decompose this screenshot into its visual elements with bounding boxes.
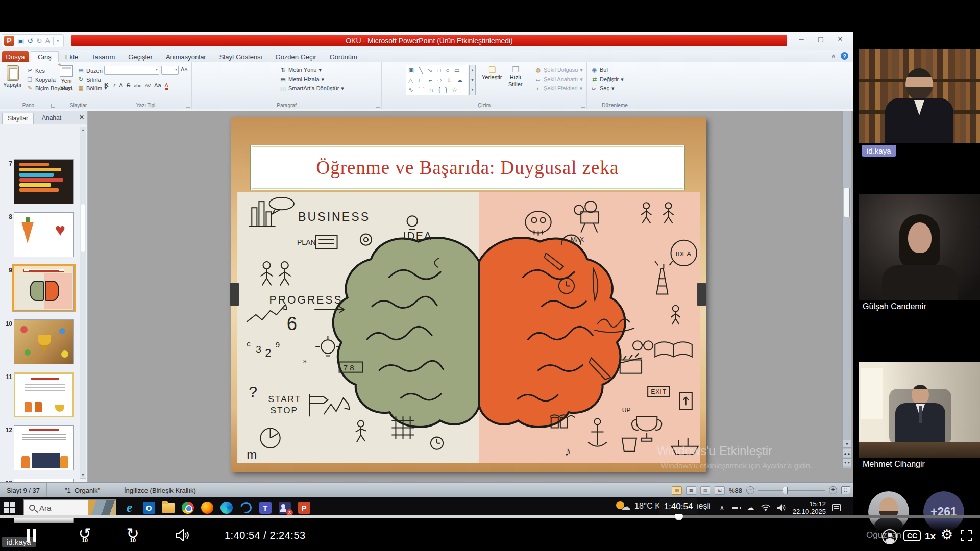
taskbar-explorer[interactable] — [160, 498, 176, 517]
shape-fill-button[interactable]: ◍Şekil Dolgusu ▾ — [535, 65, 583, 74]
bold-button[interactable]: K — [104, 81, 109, 89]
zoom-level[interactable]: %88 — [729, 487, 742, 494]
font-size-combo[interactable] — [161, 66, 179, 75]
taskbar-teams[interactable]: T — [257, 498, 273, 517]
quick-access-toolbar[interactable]: P ▣ ↺ ↻ A ▾ — [2, 34, 64, 47]
minimize-button[interactable]: ─ — [795, 35, 807, 43]
grow-font-icon[interactable]: A˄ — [181, 66, 188, 72]
tab-slideshow[interactable]: Slayt Gösterisi — [213, 51, 269, 62]
tab-review[interactable]: Gözden Geçir — [269, 51, 323, 62]
previous-slide-icon[interactable]: ▲▲ — [843, 449, 851, 457]
taskbar-chrome[interactable] — [180, 498, 195, 517]
taskbar-sync-app[interactable] — [238, 498, 254, 517]
shape-effects-button[interactable]: ◐Şekil Efektleri ▾ — [535, 84, 583, 93]
forward-10-button[interactable]: ↻ 10 — [122, 525, 143, 543]
shape-outline-button[interactable]: ▱Şekil Anahattı ▾ — [535, 74, 583, 84]
volume-button[interactable] — [175, 529, 190, 541]
tab-design[interactable]: Tasarım — [85, 51, 121, 62]
tab-slides[interactable]: Slaytlar — [2, 113, 34, 124]
tab-file[interactable]: Dosya — [2, 51, 29, 62]
taskbar-clock[interactable]: 15:12 22.10.2025 — [793, 500, 826, 515]
participant-video-1[interactable] — [859, 49, 980, 143]
dialog-launcher-icon[interactable] — [581, 104, 585, 108]
tab-outline[interactable]: Anahat — [37, 113, 66, 124]
shadow-button[interactable]: abc — [134, 83, 141, 88]
font-color-button[interactable]: A — [165, 82, 168, 90]
panel-close-icon[interactable]: ✕ — [79, 114, 84, 121]
volume-icon[interactable] — [777, 504, 786, 512]
strikethrough-button[interactable]: S — [127, 82, 130, 88]
taskbar-powerpoint[interactable]: P — [296, 498, 312, 517]
tab-view[interactable]: Görünüm — [323, 51, 364, 62]
dialog-launcher-icon[interactable] — [186, 104, 190, 108]
captions-button[interactable]: CC — [903, 530, 921, 541]
taskbar-edge[interactable] — [218, 498, 234, 517]
maximize-button[interactable]: ▢ — [815, 35, 827, 43]
participant-video-3[interactable] — [859, 362, 980, 458]
zoom-out-button[interactable]: − — [746, 486, 754, 494]
slideshow-button[interactable]: ⊡ — [715, 486, 725, 495]
line-spacing-icon[interactable] — [243, 67, 251, 72]
window-title[interactable]: OKÜ - Microsoft PowerPoint (Ürün Etkinle… — [71, 35, 787, 46]
settings-gear-icon[interactable]: ⚙ — [941, 527, 953, 543]
numbering-icon[interactable] — [208, 67, 215, 72]
start-button[interactable] — [4, 502, 16, 514]
font-name-combo[interactable] — [104, 66, 159, 75]
quick-styles-button[interactable]: ❒ HızlıStiller — [508, 66, 523, 87]
sidebar-scrollbar[interactable]: ▲ ▼ — [80, 127, 86, 479]
text-direction-button[interactable]: ⇅Metin Yönü ▾ — [280, 65, 344, 74]
slide-thumbnail-7[interactable] — [14, 159, 74, 204]
reading-view-button[interactable]: ▤ — [700, 486, 710, 495]
slide-thumbnail-11[interactable] — [14, 372, 74, 417]
taskbar-firefox[interactable] — [199, 498, 215, 517]
italic-button[interactable]: T — [112, 82, 115, 88]
justify-icon[interactable] — [231, 81, 239, 86]
close-button[interactable]: ✕ — [834, 35, 846, 43]
slide-thumbnail-9-selected[interactable] — [14, 266, 74, 311]
columns-icon[interactable] — [243, 81, 252, 86]
pause-button[interactable] — [27, 529, 37, 542]
font-style-icon[interactable]: A — [45, 37, 50, 45]
slide-thumbnail-8[interactable]: ♥ — [14, 212, 74, 257]
battery-icon[interactable] — [731, 506, 740, 510]
tab-animations[interactable]: Animasyonlar — [159, 51, 213, 62]
scroll-down-icon[interactable]: ▼ — [843, 440, 851, 448]
normal-view-button[interactable]: ▥ — [672, 486, 682, 495]
fit-to-window-button[interactable]: ⛶ — [841, 486, 850, 494]
char-spacing-button[interactable]: AV — [145, 83, 151, 88]
undo-icon[interactable]: ↺ — [27, 37, 33, 45]
slide-thumbnail-10[interactable] — [14, 319, 74, 364]
find-button[interactable]: ◉Bul — [591, 65, 624, 74]
indent-increase-icon[interactable] — [231, 67, 239, 72]
taskbar-ie[interactable]: e — [121, 498, 137, 517]
zoom-in-button[interactable]: + — [829, 486, 837, 494]
help-icon[interactable]: ? — [841, 52, 848, 60]
save-icon[interactable]: ▣ — [17, 37, 24, 45]
rewind-10-button[interactable]: ↺ 10 — [75, 525, 95, 543]
tab-insert[interactable]: Ekle — [59, 51, 85, 62]
taskbar-outlook[interactable]: O — [141, 498, 157, 517]
dialog-launcher-icon[interactable] — [376, 104, 380, 108]
slide-thumbnail-12[interactable] — [14, 425, 74, 470]
arrange-button[interactable]: ❏ Yerleştir — [482, 66, 502, 80]
next-slide-icon[interactable]: ▼▼ — [843, 458, 851, 466]
slide-title-box[interactable]: Öğrenme ve Başarıda: Duygusal zeka — [250, 145, 685, 190]
gallery-scroll[interactable]: ▲▼▼ — [469, 65, 476, 95]
new-slide-button[interactable]: YeniSlayt — [60, 65, 73, 91]
bullets-icon[interactable] — [196, 67, 204, 72]
select-button[interactable]: ▻Seç ▾ — [591, 84, 624, 93]
underline-button[interactable]: A — [119, 82, 123, 88]
taskbar-teams-people[interactable]: 3 — [277, 498, 292, 517]
status-slide-number[interactable]: Slayt 9 / 37 — [0, 483, 47, 498]
align-text-button[interactable]: ▤Metni Hizala ▾ — [280, 74, 344, 84]
wifi-icon[interactable] — [761, 504, 770, 511]
canvas-scrollbar[interactable]: ▼ ▲▲ ▼▼ — [842, 111, 851, 468]
status-theme[interactable]: "1_Organik" — [58, 483, 107, 498]
taskbar-search[interactable]: Ara — [23, 499, 116, 516]
current-slide[interactable]: Öğrenme ve Başarıda: Duygusal zeka — [231, 117, 706, 472]
qat-dropdown-icon[interactable]: ▾ — [57, 38, 59, 43]
tray-chevron-icon[interactable]: ∧ — [720, 504, 724, 511]
tab-transitions[interactable]: Geçişler — [121, 51, 159, 62]
align-center-icon[interactable] — [208, 81, 215, 86]
zoom-slider-handle[interactable] — [783, 487, 788, 494]
